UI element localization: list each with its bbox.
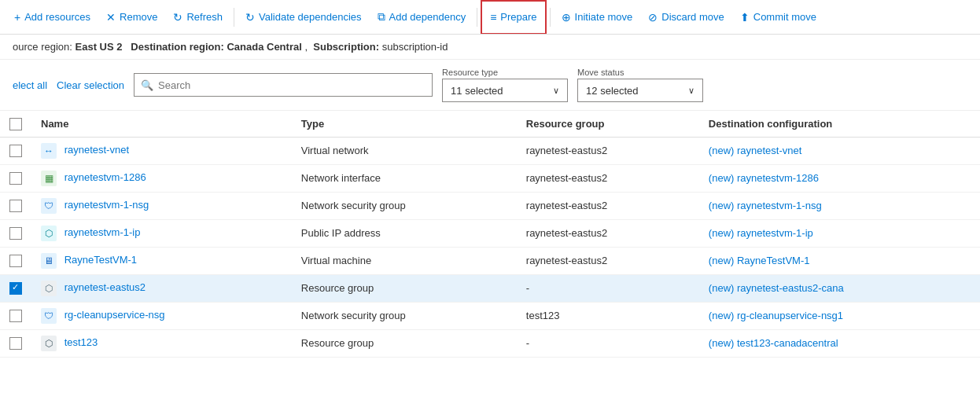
dest-config-link-5[interactable]: (new) raynetest-eastus2-cana bbox=[709, 282, 844, 294]
commit-move-label: Commit move bbox=[753, 11, 816, 23]
row-type-cell: Network security group bbox=[292, 302, 517, 329]
commit-icon: ⬆ bbox=[740, 11, 750, 24]
search-box[interactable]: 🔍 bbox=[134, 73, 433, 97]
row-checkbox-3[interactable] bbox=[9, 227, 22, 240]
resource-table: Name Type Resource group Destination con… bbox=[0, 111, 980, 358]
separator-2 bbox=[477, 8, 477, 27]
resource-icon-0: ↔ bbox=[41, 143, 57, 159]
separator-3 bbox=[550, 8, 551, 27]
initiate-icon: ⊕ bbox=[562, 11, 571, 24]
row-checkbox-5[interactable] bbox=[9, 282, 22, 295]
dest-config-link-1[interactable]: (new) raynetestvm-1286 bbox=[709, 172, 819, 184]
add-dep-icon: ⧉ bbox=[378, 10, 385, 24]
resource-name-link-0[interactable]: raynetest-vnet bbox=[64, 144, 129, 156]
resource-type-dropdown[interactable]: 11 selected ∨ bbox=[442, 79, 568, 102]
row-checkbox-cell[interactable] bbox=[0, 164, 31, 192]
row-dest-cell: (new) raynetest-vnet bbox=[699, 137, 980, 164]
initiate-move-button[interactable]: ⊕ Initiate move bbox=[554, 0, 641, 35]
row-type-cell: Resource group bbox=[292, 274, 517, 302]
validate-icon: ↻ bbox=[245, 11, 255, 24]
resource-name-link-6[interactable]: rg-cleanupservice-nsg bbox=[64, 309, 165, 321]
discard-move-label: Discard move bbox=[661, 11, 724, 23]
validate-dependencies-label: Validate dependencies bbox=[259, 11, 362, 23]
remove-button[interactable]: ✕ Remove bbox=[98, 0, 165, 35]
row-rg-cell: test123 bbox=[517, 302, 699, 329]
validate-dependencies-button[interactable]: ↻ Validate dependencies bbox=[238, 0, 370, 35]
search-input[interactable] bbox=[158, 79, 426, 91]
dest-config-link-0[interactable]: (new) raynetest-vnet bbox=[709, 145, 802, 156]
col-destination: Destination configuration bbox=[699, 111, 980, 137]
add-dependency-label: Add dependency bbox=[389, 11, 466, 23]
resource-name-link-7[interactable]: test123 bbox=[64, 336, 98, 348]
resource-name-link-4[interactable]: RayneTestVM-1 bbox=[64, 254, 137, 266]
resource-name-link-3[interactable]: raynetestvm-1-ip bbox=[64, 226, 141, 238]
row-checkbox-6[interactable] bbox=[9, 310, 22, 322]
row-checkbox-cell[interactable] bbox=[0, 329, 31, 357]
prepare-button[interactable]: ≡ Prepare bbox=[481, 0, 546, 35]
table-row: ↔ raynetest-vnet Virtual network raynete… bbox=[0, 137, 980, 164]
dest-config-link-4[interactable]: (new) RayneTestVM-1 bbox=[709, 255, 810, 266]
add-icon: + bbox=[14, 11, 20, 24]
resource-icon-2: 🛡 bbox=[41, 198, 57, 214]
discard-move-button[interactable]: ⊘ Discard move bbox=[640, 0, 731, 35]
refresh-button[interactable]: ↻ Refresh bbox=[165, 0, 230, 35]
row-checkbox-0[interactable] bbox=[9, 145, 22, 157]
row-dest-cell: (new) raynetest-eastus2-cana bbox=[699, 274, 980, 302]
row-checkbox-cell[interactable] bbox=[0, 219, 31, 247]
clear-selection-link[interactable]: Clear selection bbox=[57, 79, 124, 91]
dest-config-link-6[interactable]: (new) rg-cleanupservice-nsg1 bbox=[709, 310, 843, 321]
row-rg-cell: raynetest-eastus2 bbox=[517, 137, 699, 164]
row-checkbox-7[interactable] bbox=[9, 337, 22, 350]
dest-config-link-2[interactable]: (new) raynetestvm-1-nsg bbox=[709, 200, 822, 211]
row-checkbox-4[interactable] bbox=[9, 255, 22, 267]
row-checkbox-cell[interactable] bbox=[0, 302, 31, 329]
commit-move-button[interactable]: ⬆ Commit move bbox=[732, 0, 824, 35]
table-row: 🖥 RayneTestVM-1 Virtual machine raynetes… bbox=[0, 247, 980, 274]
table-row: ⬡ raynetestvm-1-ip Public IP address ray… bbox=[0, 219, 980, 247]
dest-config-link-7[interactable]: (new) test123-canadacentral bbox=[709, 337, 838, 349]
row-checkbox-cell[interactable] bbox=[0, 247, 31, 274]
prepare-label: Prepare bbox=[500, 11, 536, 23]
row-checkbox-1[interactable] bbox=[9, 172, 22, 185]
row-type-cell: Virtual machine bbox=[292, 247, 517, 274]
select-all-checkbox[interactable] bbox=[9, 118, 22, 130]
row-checkbox-2[interactable] bbox=[9, 200, 22, 212]
row-type-cell: Public IP address bbox=[292, 219, 517, 247]
add-resources-button[interactable]: + Add resources bbox=[6, 0, 98, 35]
resource-name-link-5[interactable]: raynetest-eastus2 bbox=[64, 281, 146, 293]
info-bar: ource region: East US 2 Destination regi… bbox=[0, 35, 980, 60]
resource-icon-6: 🛡 bbox=[41, 308, 57, 324]
move-status-value: 12 selected bbox=[586, 85, 639, 97]
col-checkbox bbox=[0, 111, 31, 137]
row-rg-cell: - bbox=[517, 274, 699, 302]
row-dest-cell: (new) RayneTestVM-1 bbox=[699, 247, 980, 274]
subscription-value: subscription-id bbox=[382, 41, 448, 53]
row-checkbox-cell[interactable] bbox=[0, 192, 31, 219]
discard-icon: ⊘ bbox=[648, 11, 658, 24]
table-row: 🛡 rg-cleanupservice-nsg Network security… bbox=[0, 302, 980, 329]
add-dependency-button[interactable]: ⧉ Add dependency bbox=[370, 0, 474, 35]
row-type-cell: Resource group bbox=[292, 329, 517, 357]
row-rg-cell: raynetest-eastus2 bbox=[517, 219, 699, 247]
row-dest-cell: (new) raynetestvm-1286 bbox=[699, 164, 980, 192]
select-all-link[interactable]: elect all bbox=[13, 79, 47, 91]
subscription-label: , Subscription: bbox=[304, 41, 381, 53]
resource-name-link-1[interactable]: raynetestvm-1286 bbox=[64, 171, 146, 183]
row-dest-cell: (new) raynetestvm-1-ip bbox=[699, 219, 980, 247]
source-region-label: ource region: bbox=[13, 41, 76, 53]
search-icon: 🔍 bbox=[141, 79, 153, 91]
row-dest-cell: (new) test123-canadacentral bbox=[699, 329, 980, 357]
add-resources-label: Add resources bbox=[24, 11, 90, 23]
row-checkbox-cell[interactable] bbox=[0, 137, 31, 164]
resource-type-value: 11 selected bbox=[451, 85, 503, 97]
row-rg-cell: raynetest-eastus2 bbox=[517, 247, 699, 274]
row-name-cell: ⬡ raynetestvm-1-ip bbox=[31, 219, 292, 247]
resource-type-chevron: ∨ bbox=[553, 86, 559, 96]
col-type: Type bbox=[292, 111, 517, 137]
dest-config-link-3[interactable]: (new) raynetestvm-1-ip bbox=[709, 227, 813, 239]
resource-name-link-2[interactable]: raynetestvm-1-nsg bbox=[64, 199, 149, 211]
move-status-dropdown[interactable]: 12 selected ∨ bbox=[577, 79, 703, 102]
initiate-move-label: Initiate move bbox=[575, 11, 633, 23]
row-type-cell: Network interface bbox=[292, 164, 517, 192]
row-checkbox-cell[interactable] bbox=[0, 274, 31, 302]
